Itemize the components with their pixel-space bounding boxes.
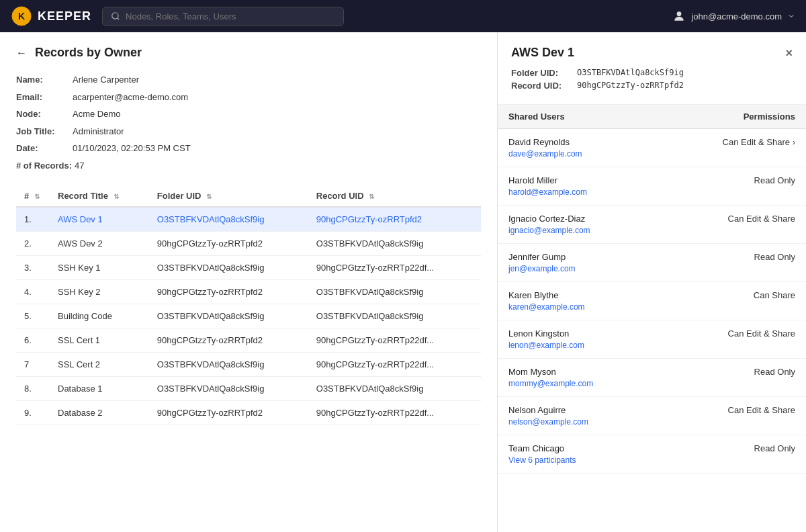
folder-uid-value: O3STBFKVDAtlQa8ckSf9ig <box>577 68 684 78</box>
cell-record-uid: 90hgCPGtzzTy-ozRRTp22df... <box>308 401 481 425</box>
permission-text: Can Edit & Share <box>728 405 795 415</box>
shared-user-email: jen@example.com <box>508 264 576 273</box>
col-folder-uid[interactable]: Folder UID ⇅ <box>149 185 308 207</box>
cell-folder-uid: O3STBFKVDAtlQa8ckSf9ig <box>149 207 308 232</box>
shared-user-email: dave@example.com <box>508 149 582 159</box>
table-row[interactable]: 7SSL Cert 2O3STBFKVDAtlQa8ckSf9ig90hgCPG… <box>16 353 481 377</box>
date-value: 01/10/2023, 02:20:53 PM CST <box>73 142 191 155</box>
table-header-row: # ⇅ Record Title ⇅ Folder UID ⇅ Record U… <box>16 185 481 207</box>
logo-text: KEEPER <box>38 9 91 24</box>
col-shared-users: Shared Users <box>498 105 661 129</box>
owner-meta: Name: Arlene Carpenter Email: acarpenter… <box>16 73 481 172</box>
table-row[interactable]: 6.SSL Cert 190hgCPGtzzTy-ozRRTpfd290hgCP… <box>16 328 481 353</box>
cell-record-uid: 90hgCPGtzzTy-ozRRTp22df... <box>308 328 481 353</box>
col-num[interactable]: # ⇅ <box>16 185 50 207</box>
node-value: Acme Demo <box>73 107 121 121</box>
search-bar[interactable] <box>102 7 344 26</box>
shared-user-row[interactable]: Harold Millerharold@example.comRead Only <box>498 167 806 206</box>
shared-user-name: Harold Miller <box>508 175 650 185</box>
table-row[interactable]: 9.Database 290hgCPGtzzTy-ozRRTpfd290hgCP… <box>16 401 481 425</box>
table-row[interactable]: 5.Building CodeO3STBFKVDAtlQa8ckSf9igO3S… <box>16 304 481 328</box>
col-record-uid[interactable]: Record UID ⇅ <box>308 185 481 207</box>
shared-user-permission[interactable]: Can Edit & Share› <box>661 129 806 167</box>
col-record-title[interactable]: Record Title ⇅ <box>50 185 149 207</box>
shared-user-permission: Read Only <box>661 167 806 206</box>
shared-user-permission: Can Share <box>661 282 806 320</box>
shared-user-info: Mom Mysonmommy@example.com <box>498 359 661 397</box>
cell-folder-uid: 90hgCPGtzzTy-ozRRTpfd2 <box>149 232 308 256</box>
shared-user-info: Lenon Kingstonlenon@example.com <box>498 320 661 359</box>
cell-record-title: AWS Dev 2 <box>50 232 149 256</box>
shared-user-permission: Can Edit & Share <box>661 397 806 435</box>
svg-text:K: K <box>18 11 25 21</box>
shared-user-name: Mom Myson <box>508 367 650 377</box>
shared-users-table: Shared Users Permissions David Reynoldsd… <box>498 105 806 474</box>
cell-record-title: Database 2 <box>50 401 149 425</box>
shared-user-row[interactable]: Karen Blythekaren@example.comCan Share <box>498 282 806 320</box>
shared-user-permission: Read Only <box>661 359 806 397</box>
table-row[interactable]: 3.SSH Key 1O3STBFKVDAtlQa8ckSf9ig90hgCPG… <box>16 256 481 280</box>
records-value: 47 <box>75 159 84 173</box>
name-value: Arlene Carpenter <box>73 73 139 87</box>
date-label: Date: <box>16 142 70 155</box>
shared-user-name: Nelson Aguirre <box>508 405 650 415</box>
cell-record-title[interactable]: AWS Dev 1 <box>50 207 149 232</box>
record-uid-value: 90hgCPGtzzTy-ozRRTpfd2 <box>577 81 684 91</box>
record-uid-link[interactable]: 90hgCPGtzzTy-ozRRTpfd2 <box>316 214 422 224</box>
cell-num: 3. <box>16 256 50 280</box>
shared-user-row[interactable]: Lenon Kingstonlenon@example.comCan Edit … <box>498 320 806 359</box>
record-title-link[interactable]: AWS Dev 1 <box>58 214 103 224</box>
keeper-logo-icon: K <box>11 5 32 27</box>
cell-record-title: SSH Key 1 <box>50 256 149 280</box>
view-participants-link[interactable]: View 6 participants <box>508 455 576 465</box>
logo[interactable]: K KEEPER <box>11 5 91 27</box>
user-menu[interactable]: john@acme-demo.com <box>672 9 795 23</box>
permission-text: Can Share <box>754 290 795 300</box>
page-title: Records by Owner <box>35 46 142 60</box>
table-row[interactable]: 4.SSH Key 290hgCPGtzzTy-ozRRTpfd2O3STBFK… <box>16 280 481 304</box>
main-content: ← Records by Owner Name: Arlene Carpente… <box>0 32 806 532</box>
shared-user-row[interactable]: Ignacio Cortez-Diazignacio@example.comCa… <box>498 206 806 244</box>
close-button[interactable]: × <box>785 47 793 59</box>
cell-folder-uid: O3STBFKVDAtlQa8ckSf9ig <box>149 256 308 280</box>
cell-folder-uid: 90hgCPGtzzTy-ozRRTpfd2 <box>149 328 308 353</box>
meta-node-row: Node: Acme Demo <box>16 107 481 121</box>
meta-email-row: Email: acarpenter@acme-demo.com <box>16 91 481 104</box>
folder-uid-link[interactable]: O3STBFKVDAtlQa8ckSf9ig <box>157 214 265 224</box>
cell-num: 9. <box>16 401 50 425</box>
shared-user-row[interactable]: Team ChicagoView 6 participantsRead Only <box>498 435 806 474</box>
cell-num: 1. <box>16 207 50 232</box>
permission-text: Read Only <box>754 252 795 262</box>
cell-folder-uid: 90hgCPGtzzTy-ozRRTpfd2 <box>149 280 308 304</box>
search-input[interactable] <box>126 11 335 21</box>
table-row[interactable]: 2.AWS Dev 290hgCPGtzzTy-ozRRTpfd2O3STBFK… <box>16 232 481 256</box>
back-button[interactable]: ← <box>16 47 27 59</box>
shared-user-row[interactable]: Nelson Aguirrenelson@example.comCan Edit… <box>498 397 806 435</box>
cell-record-uid: 90hgCPGtzzTy-ozRRTp22df... <box>308 353 481 377</box>
shared-user-row[interactable]: Jennifer Gumpjen@example.comRead Only <box>498 244 806 282</box>
record-uid-label: Record UID: <box>511 81 572 91</box>
shared-user-email: ignacio@example.com <box>508 226 590 235</box>
shared-user-permission: Read Only <box>661 435 806 474</box>
sort-icon-record-uid: ⇅ <box>369 193 374 200</box>
cell-record-title: SSL Cert 2 <box>50 353 149 377</box>
table-row[interactable]: 8.Database 1O3STBFKVDAtlQa8ckSf9igO3STBF… <box>16 377 481 401</box>
shared-user-row[interactable]: David Reynoldsdave@example.comCan Edit &… <box>498 129 806 167</box>
svg-point-2 <box>112 13 118 19</box>
job-title-value: Administrator <box>73 125 124 138</box>
sort-icon-record: ⇅ <box>114 193 119 200</box>
account-icon <box>672 9 686 23</box>
cell-num: 6. <box>16 328 50 353</box>
shared-user-row[interactable]: Mom Mysonmommy@example.comRead Only <box>498 359 806 397</box>
chevron-down-icon <box>787 12 795 20</box>
cell-folder-uid: O3STBFKVDAtlQa8ckSf9ig <box>149 304 308 328</box>
records-label: # of Records: <box>16 159 72 173</box>
top-nav: K KEEPER john@acme-demo.com <box>0 0 806 32</box>
table-row[interactable]: 1.AWS Dev 1O3STBFKVDAtlQa8ckSf9ig90hgCPG… <box>16 207 481 232</box>
permission-text: Can Edit & Share <box>728 214 795 224</box>
node-label: Node: <box>16 107 70 121</box>
shared-user-name: David Reynolds <box>508 137 650 147</box>
svg-line-3 <box>118 18 120 20</box>
permission-text: Read Only <box>754 175 795 185</box>
svg-point-4 <box>677 11 682 16</box>
